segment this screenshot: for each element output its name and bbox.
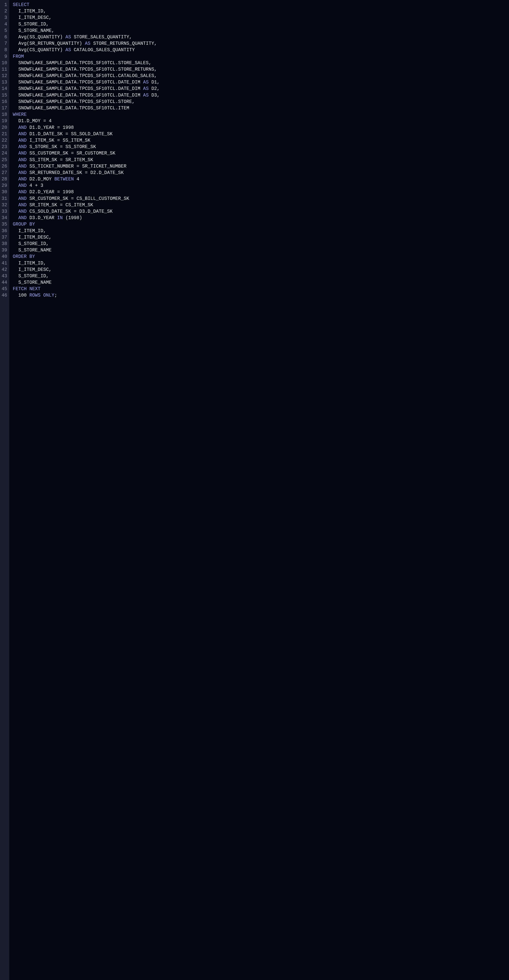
sql-keyword: AND xyxy=(18,138,27,143)
sql-keyword: AND xyxy=(18,215,27,221)
code-line[interactable]: SNOWFLAKE_SAMPLE_DATA.TPCDS_SF10TCL.DATE… xyxy=(13,86,509,92)
sql-text: SR_ITEM_SK = CS_ITEM_SK xyxy=(27,202,93,208)
code-line[interactable]: S_STORE_NAME xyxy=(13,279,509,286)
sql-text: I_ITEM_ID, xyxy=(13,261,46,266)
line-number: 33 xyxy=(2,208,7,215)
code-line[interactable]: AND SR_ITEM_SK = CS_ITEM_SK xyxy=(13,202,509,208)
sql-keyword: FROM xyxy=(13,54,24,59)
code-line[interactable]: AND D3.D_YEAR IN (1998) xyxy=(13,215,509,221)
sql-text xyxy=(13,202,19,208)
code-line[interactable]: D1.D_MOY = 4 xyxy=(13,118,509,124)
sql-text: Avg(CS_QUANTITY) xyxy=(13,47,65,52)
sql-text xyxy=(13,196,19,201)
code-line[interactable]: Avg(SS_QUANTITY) AS STORE_SALES_QUANTITY… xyxy=(13,34,509,40)
code-line[interactable]: SNOWFLAKE_SAMPLE_DATA.TPCDS_SF10TCL.STOR… xyxy=(13,60,509,66)
sql-text: D3, xyxy=(148,93,160,98)
line-number: 30 xyxy=(2,189,7,195)
code-line[interactable]: I_ITEM_DESC, xyxy=(13,234,509,240)
code-line[interactable]: GROUP BY xyxy=(13,221,509,228)
sql-keyword: WHERE xyxy=(13,112,27,117)
code-line[interactable]: AND CS_SOLD_DATE_SK = D3.D_DATE_SK xyxy=(13,208,509,215)
code-line[interactable]: AND 4 + 3 xyxy=(13,182,509,189)
sql-text: SNOWFLAKE_SAMPLE_DATA.TPCDS_SF10TCL.ITEM xyxy=(13,105,129,111)
code-line[interactable]: SNOWFLAKE_SAMPLE_DATA.TPCDS_SF10TCL.STOR… xyxy=(13,99,509,105)
code-line[interactable]: AND D2.D_MOY BETWEEN 4 xyxy=(13,176,509,182)
line-number: 3 xyxy=(2,14,7,21)
code-line[interactable]: FETCH NEXT xyxy=(13,286,509,292)
line-number: 14 xyxy=(2,86,7,92)
code-line[interactable]: I_ITEM_ID, xyxy=(13,260,509,266)
line-number: 42 xyxy=(2,266,7,273)
code-line[interactable]: S_STORE_NAME, xyxy=(13,27,509,34)
line-number: 10 xyxy=(2,60,7,66)
code-line[interactable]: S_STORE_ID, xyxy=(13,21,509,27)
sql-text: D1.D_DATE_SK = SS_SOLD_DATE_SK xyxy=(27,131,113,137)
code-line[interactable]: SELECT xyxy=(13,2,509,8)
sql-keyword: AS xyxy=(143,86,148,91)
line-number-gutter: 1234567891011121314151617181920212223242… xyxy=(0,0,9,980)
sql-text: SNOWFLAKE_SAMPLE_DATA.TPCDS_SF10TCL.STOR… xyxy=(13,67,157,72)
code-line[interactable]: SNOWFLAKE_SAMPLE_DATA.TPCDS_SF10TCL.ITEM xyxy=(13,105,509,111)
sql-text xyxy=(13,144,19,150)
sql-text: SS_ITEM_SK = SR_ITEM_SK xyxy=(27,158,93,162)
sql-keyword: AND xyxy=(18,164,27,169)
code-line[interactable]: AND I_ITEM_SK = SS_ITEM_SK xyxy=(13,137,509,144)
line-number: 8 xyxy=(2,47,7,53)
code-line[interactable]: AND S_STORE_SK = SS_STORE_SK xyxy=(13,144,509,150)
sql-keyword: ORDER BY xyxy=(13,254,35,259)
line-number: 9 xyxy=(2,53,7,60)
code-line[interactable]: 100 ROWS ONLY; xyxy=(13,292,509,299)
code-line[interactable]: SNOWFLAKE_SAMPLE_DATA.TPCDS_SF10TCL.DATE… xyxy=(13,92,509,99)
code-line[interactable]: I_ITEM_ID, xyxy=(13,228,509,234)
sql-keyword: AND xyxy=(18,144,27,150)
code-line[interactable]: S_STORE_ID, xyxy=(13,240,509,247)
sql-text: I_ITEM_SK = SS_ITEM_SK xyxy=(27,138,90,143)
line-number: 24 xyxy=(2,150,7,156)
sql-text: I_ITEM_ID, xyxy=(13,228,46,234)
code-line[interactable]: I_ITEM_ID, xyxy=(13,8,509,14)
line-number: 44 xyxy=(2,279,7,286)
code-line[interactable]: AND SS_TICKET_NUMBER = SR_TICKET_NUMBER xyxy=(13,163,509,170)
sql-text: SS_CUSTOMER_SK = SR_CUSTOMER_SK xyxy=(27,151,115,156)
sql-text: 4 xyxy=(74,177,79,182)
sql-text: I_ITEM_ID, xyxy=(13,9,46,14)
code-line[interactable]: SNOWFLAKE_SAMPLE_DATA.TPCDS_SF10TCL.CATA… xyxy=(13,73,509,79)
code-line[interactable]: AND D1.D_YEAR = 1998 xyxy=(13,124,509,131)
sql-keyword: ROWS ONLY xyxy=(29,293,54,298)
line-number: 4 xyxy=(2,21,7,27)
code-line[interactable]: AND D2.D_YEAR = 1998 xyxy=(13,189,509,195)
line-number: 34 xyxy=(2,215,7,221)
code-line[interactable]: AND SS_CUSTOMER_SK = SR_CUSTOMER_SK xyxy=(13,150,509,156)
code-line[interactable]: I_ITEM_DESC, xyxy=(13,14,509,21)
line-number: 39 xyxy=(2,247,7,253)
code-line[interactable]: SNOWFLAKE_SAMPLE_DATA.TPCDS_SF10TCL.DATE… xyxy=(13,79,509,86)
sql-text: SNOWFLAKE_SAMPLE_DATA.TPCDS_SF10TCL.DATE… xyxy=(13,86,143,91)
line-number: 20 xyxy=(2,124,7,131)
code-line[interactable]: AND SS_ITEM_SK = SR_ITEM_SK xyxy=(13,157,509,163)
line-number: 21 xyxy=(2,131,7,137)
code-line[interactable]: AND SR_RETURNED_DATE_SK = D2.D_DATE_SK xyxy=(13,170,509,176)
sql-text: D3.D_YEAR xyxy=(27,215,57,221)
code-line[interactable]: SNOWFLAKE_SAMPLE_DATA.TPCDS_SF10TCL.STOR… xyxy=(13,66,509,73)
code-line[interactable]: I_ITEM_DESC, xyxy=(13,266,509,273)
line-number: 25 xyxy=(2,157,7,163)
line-number: 31 xyxy=(2,196,7,202)
code-line[interactable]: ORDER BY xyxy=(13,253,509,260)
sql-text: SR_RETURNED_DATE_SK = D2.D_DATE_SK xyxy=(27,170,124,175)
sql-keyword: AS xyxy=(143,93,148,98)
sql-text: 100 xyxy=(13,293,30,298)
code-line[interactable]: S_STORE_ID, xyxy=(13,273,509,279)
code-line[interactable]: Avg(CS_QUANTITY) AS CATALOG_SALES_QUANTI… xyxy=(13,47,509,53)
sql-text xyxy=(13,170,19,175)
line-number: 29 xyxy=(2,182,7,189)
code-editor-content[interactable]: SELECT I_ITEM_ID, I_ITEM_DESC, S_STORE_I… xyxy=(9,0,509,980)
code-line[interactable]: AND D1.D_DATE_SK = SS_SOLD_DATE_SK xyxy=(13,131,509,137)
code-line[interactable]: WHERE xyxy=(13,111,509,118)
sql-keyword: AS xyxy=(65,47,71,52)
sql-keyword: BETWEEN xyxy=(54,177,74,182)
code-line[interactable]: AND SR_CUSTOMER_SK = CS_BILL_CUSTOMER_SK xyxy=(13,196,509,202)
code-line[interactable]: FROM xyxy=(13,53,509,60)
sql-keyword: AND xyxy=(18,202,27,208)
code-line[interactable]: Avg(SR_RETURN_QUANTITY) AS STORE_RETURNS… xyxy=(13,40,509,47)
code-line[interactable]: S_STORE_NAME xyxy=(13,247,509,253)
